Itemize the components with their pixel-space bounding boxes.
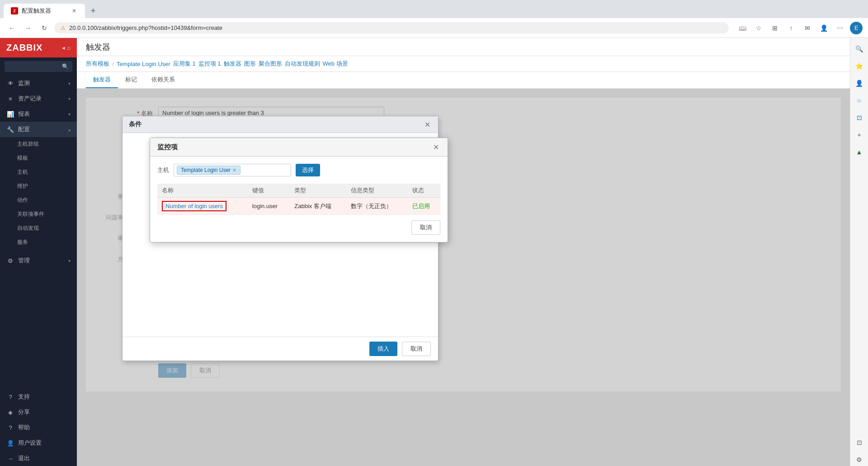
inner-dialog-body: 主机 Template Login User ✕ 选择 (150, 157, 448, 242)
sidebar: ZABBIX ◂ ⌂ 🔍 👁 监测 ▾ ≡ 资产记录 ▾ � (0, 38, 77, 466)
sidebar-item-share[interactable]: ◈ 分享 (0, 404, 77, 420)
sidebar-item-corr-events[interactable]: 关联项事件 (0, 207, 77, 221)
browser-tab-bar: Z 配置触发器 ✕ + (0, 0, 868, 18)
sidebar-label-corr-events: 关联项事件 (17, 211, 44, 217)
insert-button[interactable]: 插入 (369, 342, 397, 356)
add-button[interactable]: 添加 (158, 363, 186, 378)
form-action-buttons: 添加 取消 (95, 359, 832, 382)
item-status-badge: 已启用 (412, 203, 430, 209)
item-status-cell: 已启用 (408, 198, 440, 215)
tab-triggers[interactable]: 触发器 (86, 72, 118, 88)
item-infotype-cell: 数字（无正负） (346, 198, 408, 215)
table-row: Number of login users login.user Zabbix … (157, 198, 440, 215)
sidebar-item-logout[interactable]: → 退出 (0, 451, 77, 466)
sidebar-item-actions[interactable]: 动作 (0, 193, 77, 207)
read-mode-button[interactable]: 📖 (736, 22, 749, 34)
sidebar-item-hosts[interactable]: 主机 (0, 165, 77, 179)
back-button[interactable]: ← (5, 22, 18, 34)
cancel-button[interactable]: 取消 (191, 363, 220, 378)
security-icon: ⚠ (61, 25, 66, 31)
col-name: 名称 (157, 184, 248, 198)
address-bar[interactable]: ⚠ 20.0.0.100/zabbix/triggers.php?hostid=… (54, 22, 729, 33)
item-type-cell: Zabbix 客户端 (290, 198, 346, 215)
inner-cancel-button[interactable]: 取消 (411, 220, 440, 235)
home-button[interactable]: ⌂ (67, 44, 71, 51)
breadcrumb-all-templates[interactable]: 所有模板 (86, 60, 109, 68)
sidebar-label-host-groups: 主机群组 (17, 141, 39, 147)
sidebar-label-hosts: 主机 (17, 169, 28, 175)
item-name-link[interactable]: Number of login users (162, 201, 226, 211)
right-expand-button[interactable]: ⊡ (853, 436, 866, 449)
account-button[interactable]: 👤 (817, 22, 830, 34)
inner-dialog-close[interactable]: ✕ (431, 143, 440, 152)
host-tag-remove[interactable]: ✕ (232, 167, 236, 173)
share-button[interactable]: ↑ (785, 22, 797, 34)
host-tag-text: Template Login User (181, 167, 231, 173)
breadcrumb-monitoring[interactable]: 监控项 1 (198, 60, 221, 68)
tab-close-button[interactable]: ✕ (71, 7, 78, 14)
breadcrumb-web[interactable]: Web 场景 (323, 60, 348, 68)
browser-actions: 📖 ☆ ⊞ ↑ ✉ 👤 ⋯ E (736, 22, 863, 34)
sidebar-item-services[interactable]: 服务 (0, 235, 77, 249)
tab-dependencies[interactable]: 依赖关系 (144, 72, 182, 88)
more-button[interactable]: ⋯ (834, 22, 846, 34)
breadcrumb-graphs[interactable]: 图形 (244, 60, 256, 68)
col-status: 状态 (408, 184, 440, 198)
tab-tags[interactable]: 标记 (118, 72, 144, 88)
right-user-button[interactable]: 👤 (853, 77, 866, 90)
address-bar-row: ← → ↻ ⚠ 20.0.0.100/zabbix/triggers.php?h… (0, 18, 868, 38)
breadcrumb-autodiscover[interactable]: 自动发现规则 (285, 60, 320, 68)
reports-icon: 📊 (6, 111, 14, 118)
sidebar-item-templates[interactable]: 模板 (0, 151, 77, 165)
sidebar-label-support: 支持 (18, 393, 71, 401)
right-star-button[interactable]: ⭐ (853, 60, 866, 72)
extension-button[interactable]: E (850, 22, 863, 34)
sidebar-label-admin: 管理 (18, 257, 65, 265)
collections-button[interactable]: ⊞ (769, 22, 781, 34)
host-tag: Template Login User ✕ (177, 166, 241, 175)
favorites-button[interactable]: ☆ (752, 22, 765, 34)
sidebar-label-assets: 资产记录 (18, 95, 65, 103)
sidebar-item-assets[interactable]: ≡ 资产记录 ▾ (0, 91, 77, 106)
breadcrumb-compound[interactable]: 聚合图形 (259, 60, 282, 68)
sidebar-item-maintenance[interactable]: 维护 (0, 179, 77, 193)
right-green-button[interactable]: ▲ (853, 146, 866, 158)
forward-button[interactable]: → (22, 22, 34, 34)
breadcrumb-triggers[interactable]: 触发器 (224, 60, 241, 68)
reload-button[interactable]: ↻ (38, 22, 51, 34)
assets-icon: ≡ (6, 95, 14, 102)
select-host-button[interactable]: 选择 (296, 164, 320, 176)
inner-dialog-header: 监控项 ✕ (150, 138, 448, 157)
sidebar-item-config[interactable]: 🔧 配置 ▴ (0, 122, 77, 137)
breadcrumb-template[interactable]: Template Login User (117, 61, 170, 67)
sidebar-item-help[interactable]: ? 帮助 (0, 420, 77, 435)
host-tag-input[interactable]: Template Login User ✕ (174, 164, 291, 176)
sidebar-search: 🔍 (0, 57, 77, 76)
right-settings-button[interactable]: ⚙ (853, 453, 866, 466)
share-icon: ◈ (6, 409, 14, 416)
sidebar-item-admin[interactable]: ⚙ 管理 ▾ (0, 253, 77, 268)
new-tab-button[interactable]: + (87, 5, 99, 17)
right-circle-button[interactable]: ○ (853, 94, 866, 107)
right-add-button[interactable]: + (853, 128, 866, 141)
sidebar-item-autodiscovery[interactable]: 自动发现 (0, 221, 77, 235)
outer-cancel-button[interactable]: 取消 (402, 342, 431, 356)
sidebar-item-host-groups[interactable]: 主机群组 (0, 137, 77, 151)
feedback-button[interactable]: ✉ (801, 22, 814, 34)
sidebar-item-support[interactable]: ? 支持 (0, 389, 77, 404)
chevron-icon-assets: ▾ (68, 96, 71, 101)
right-outlook-button[interactable]: ⊡ (853, 111, 866, 124)
collapse-left-button[interactable]: ◂ (62, 44, 65, 51)
support-icon: ? (6, 394, 14, 400)
breadcrumb-app[interactable]: 应用集 1 (173, 60, 196, 68)
item-name-cell[interactable]: Number of login users (157, 198, 248, 215)
sidebar-item-reports[interactable]: 📊 报表 ▾ (0, 106, 77, 122)
sidebar-item-monitoring[interactable]: 👁 监测 ▾ (0, 76, 77, 91)
active-tab[interactable]: Z 配置触发器 ✕ (4, 4, 85, 18)
sidebar-item-user-settings[interactable]: 👤 用户设置 (0, 435, 77, 451)
breadcrumb: 所有模板 / Template Login User 应用集 1 监控项 1 触… (86, 56, 841, 71)
content-area: * 名称 Number of login users is greater th… (77, 89, 850, 466)
outer-dialog-close[interactable]: ✕ (423, 120, 432, 129)
right-search-button[interactable]: 🔍 (853, 43, 866, 55)
breadcrumb-nav: 所有模板 / Template Login User 应用集 1 监控项 1 触… (77, 56, 850, 72)
